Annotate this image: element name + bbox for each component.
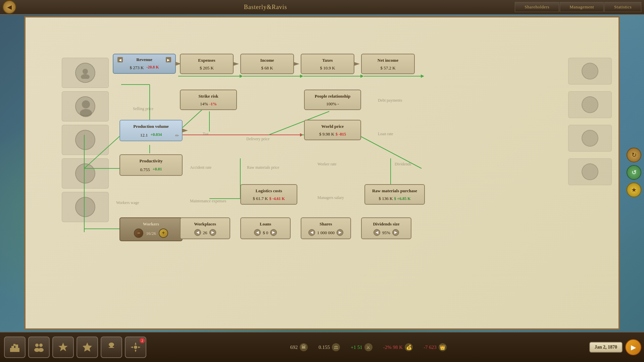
workers-node[interactable]: Workers − 16/26 +: [119, 217, 183, 241]
svg-rect-31: [11, 346, 14, 352]
dividends-size-title: Dividends size: [373, 221, 399, 226]
tab-statistics[interactable]: Statistics: [604, 2, 641, 12]
net-income-title: Net income: [378, 58, 398, 63]
revenue-node[interactable]: ◀ Revenue ▶ $ 273 K -20.8 K: [113, 54, 176, 74]
workplaces-decrease-btn[interactable]: ◀: [194, 229, 201, 236]
sync-btn[interactable]: ↺: [627, 165, 641, 180]
loans-increase-btn[interactable]: ▶: [270, 229, 277, 236]
military-button[interactable]: [52, 337, 74, 358]
expenses-title: Expenses: [198, 58, 215, 63]
population-icon: 🏛: [300, 343, 308, 351]
shares-value: 1 000 000: [317, 230, 335, 236]
revenue-next-btn[interactable]: ▶: [166, 57, 171, 62]
debt-payments-label: Debt payments: [378, 98, 402, 103]
ghost-card-r2: [568, 91, 612, 118]
svg-marker-7: [360, 74, 364, 78]
taxes-title: Taxes: [322, 58, 333, 63]
diplomacy-button[interactable]: [101, 337, 122, 358]
rating-value: 0.155: [318, 345, 330, 350]
svg-marker-5: [300, 74, 303, 78]
taxes-value: $ 10.9 K: [320, 65, 335, 70]
svg-rect-41: [110, 346, 113, 347]
world-price-value: $ 9.98 K: [319, 132, 334, 137]
dividends-size-value: 95%: [382, 230, 390, 236]
prestige-icon: 👑: [439, 343, 447, 351]
bottom-bar: 2 692 🏛 0.155 ⚖ +1 51 ⚔ -2% 98 K 💰 -7 62…: [0, 332, 644, 362]
military-icon: ⚔: [364, 343, 373, 351]
expenses-node: Expenses $ 205 K: [180, 54, 234, 74]
workplaces-title: Workplaces: [194, 221, 216, 226]
loans-value: $ 0: [263, 230, 268, 236]
logistics-delta: $ -4.61 K: [269, 196, 285, 201]
svg-point-28: [82, 100, 90, 108]
stat-rating: 0.155 ⚖: [318, 343, 340, 351]
productivity-node[interactable]: Productivity 0.755 +0.01: [119, 154, 183, 176]
tab-management[interactable]: Management: [560, 2, 604, 12]
production-vol-delta: +0.034: [150, 132, 162, 137]
tab-shareholders[interactable]: Shareholders: [515, 2, 559, 12]
world-price-node: World price $ 9.98 K $ -815: [304, 120, 361, 140]
expenses-value: $ 205 K: [200, 65, 214, 70]
svg-marker-38: [58, 343, 68, 351]
income-title: Income: [260, 58, 274, 63]
svg-point-34: [35, 344, 39, 347]
top-bar: ◀ Basterly&Ravis Shareholders Management…: [0, 0, 644, 15]
income-value: $ 68 K: [261, 65, 273, 70]
raw-materials-price-label: Raw materials price: [247, 165, 279, 170]
shares-node: Shares ◀ 1 000 000 ▶: [301, 217, 351, 239]
star-btn[interactable]: ★: [627, 183, 641, 197]
shares-title: Shares: [319, 221, 332, 226]
dividends-label: Dividends: [395, 162, 411, 167]
people-button[interactable]: [28, 337, 50, 358]
ghost-card-2: [62, 91, 109, 121]
workplaces-node: Workplaces ◀ 26 ▶: [180, 217, 230, 239]
city-button[interactable]: [4, 337, 26, 358]
strike-risk-node: Strike risk 14% -1%: [180, 90, 237, 110]
settings-button[interactable]: 2: [125, 337, 146, 358]
shares-decrease-btn[interactable]: ◀: [308, 229, 315, 236]
stat-prestige: -7 623 👑: [424, 343, 447, 351]
loans-decrease-btn[interactable]: ◀: [254, 229, 261, 236]
svg-point-36: [39, 344, 43, 347]
achievement-button[interactable]: [77, 337, 98, 358]
logistics-value: $ 61.7 K: [253, 196, 268, 201]
worker-rate-label: Worker rate: [317, 162, 337, 167]
world-price-delta: $ -815: [336, 132, 346, 137]
population-value: 692: [290, 345, 298, 350]
workplaces-increase-btn[interactable]: ▶: [209, 229, 216, 236]
loan-rate-label: Loan rate: [378, 132, 393, 137]
workers-decrease-btn[interactable]: −: [134, 228, 143, 238]
dividends-increase-btn[interactable]: ▶: [392, 229, 399, 236]
svg-point-29: [80, 109, 92, 117]
income-node: Income $ 68 K: [240, 54, 294, 74]
tax-label: Tax: [203, 132, 209, 137]
dividends-size-node: Dividends size ◀ 95% ▶: [361, 217, 411, 239]
stat-military: +1 51 ⚔: [351, 343, 373, 351]
revenue-delta: -20.8 K: [146, 65, 159, 70]
date-display: Jan 2, 1870: [589, 342, 623, 353]
accident-rate-label: Accident rate: [190, 165, 211, 170]
workers-increase-btn[interactable]: +: [159, 228, 168, 238]
ghost-card-r4: [568, 158, 612, 185]
production-vol-value: 12.1: [140, 133, 148, 138]
prestige-value: -7 623: [424, 345, 437, 350]
loans-title: Loans: [260, 221, 271, 226]
main-panel: ◀ Revenue ▶ $ 273 K -20.8 K Expenses $ 2…: [24, 16, 620, 330]
edit-icon[interactable]: ✏: [175, 133, 179, 139]
shares-increase-btn[interactable]: ▶: [337, 229, 343, 236]
people-relationship-node: People relationship 100% -: [304, 90, 361, 110]
bottom-stats: 692 🏛 0.155 ⚖ +1 51 ⚔ -2% 98 K 💰 -7 623 …: [148, 343, 589, 351]
workers-wage-label: Workers wage: [116, 200, 139, 205]
dividends-decrease-btn[interactable]: ◀: [374, 229, 380, 236]
strike-risk-title: Strike risk: [199, 94, 218, 99]
maintenance-label: Maintenance expenses: [190, 199, 226, 204]
revenue-prev-btn[interactable]: ◀: [117, 57, 123, 62]
refresh-btn[interactable]: ↻: [627, 148, 641, 162]
rating-icon: ⚖: [332, 343, 340, 351]
play-button[interactable]: ▶: [625, 339, 641, 355]
production-volume-node[interactable]: Production volume 12.1 +0.034 ✏: [119, 120, 183, 141]
economy-icon: 💰: [405, 343, 413, 351]
back-button[interactable]: ◀: [3, 0, 16, 14]
logistics-costs-node: Logistics costs $ 61.7 K $ -4.61 K: [240, 184, 297, 205]
ghost-card-1: [62, 58, 109, 88]
